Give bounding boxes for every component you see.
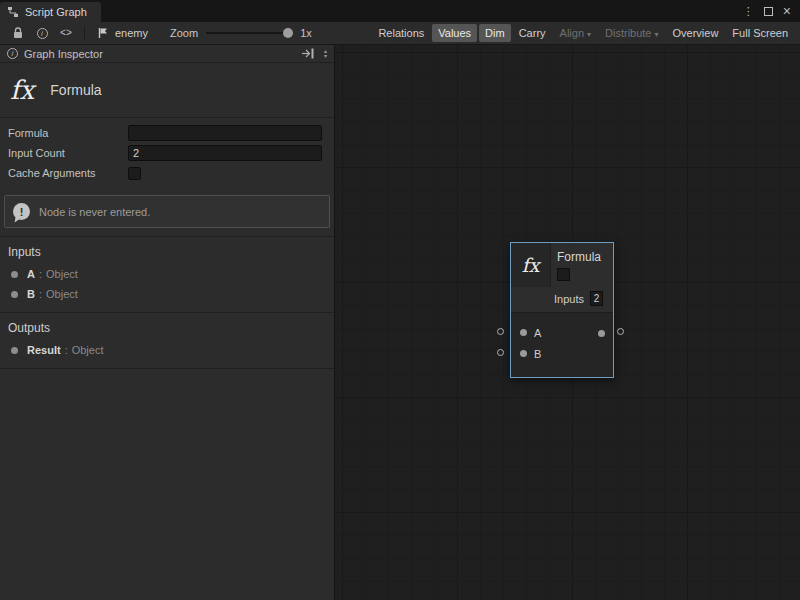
node-port-b[interactable]: B	[511, 343, 613, 364]
toolbar-separator	[84, 26, 85, 40]
port-separator: :	[65, 344, 68, 356]
port-result-dot-icon[interactable]	[598, 330, 605, 337]
port-b-name: B	[27, 288, 35, 300]
inspector-port-a: A : Object	[0, 264, 334, 284]
formula-fx-icon: fx	[10, 75, 34, 105]
port-a-label: A	[534, 327, 541, 339]
port-b-type: Object	[46, 288, 78, 300]
values-button[interactable]: Values	[432, 24, 477, 42]
inspector-port-result: Result : Object	[0, 340, 334, 360]
window-controls: ⋮ ×	[743, 0, 800, 22]
node-fx-icon: fx	[511, 243, 551, 287]
unit-title: Formula	[50, 82, 101, 98]
external-socket-b[interactable]	[497, 349, 504, 356]
node-header: fx Formula	[511, 243, 613, 287]
input-count-input[interactable]	[128, 145, 322, 161]
carry-button[interactable]: Carry	[513, 24, 552, 42]
port-a-name: A	[27, 268, 35, 280]
cache-arguments-checkbox[interactable]	[128, 167, 141, 180]
port-b-label: B	[534, 348, 541, 360]
graph-toolbar: i <> enemy Zoom 1x Relations Values Dim …	[0, 22, 800, 45]
node-inputs-label: Inputs	[554, 293, 584, 305]
chevron-down-icon: ▾	[655, 30, 659, 39]
external-socket-a[interactable]	[497, 328, 504, 335]
section-gap	[0, 304, 334, 312]
node-title: Formula	[557, 250, 601, 264]
lock-icon	[12, 27, 24, 40]
distribute-label: Distribute	[605, 27, 651, 39]
dock-panel-icon[interactable]	[301, 48, 315, 59]
maximize-icon[interactable]	[764, 7, 773, 16]
port-b-dot-icon[interactable]	[520, 350, 527, 357]
zoom-control: Zoom 1x	[170, 27, 312, 39]
breadcrumb-graph-name: enemy	[115, 27, 148, 39]
breadcrumb-graph[interactable]: enemy	[91, 27, 154, 39]
scroll-down-icon[interactable]: ▾	[324, 54, 327, 59]
relations-button[interactable]: Relations	[372, 24, 430, 42]
port-a-type: Object	[46, 268, 78, 280]
distribute-dropdown[interactable]: Distribute▾	[599, 24, 664, 42]
info-icon: i	[37, 28, 48, 39]
formula-field-label: Formula	[8, 127, 128, 139]
formula-node[interactable]: fx Formula Inputs 2 A	[510, 242, 614, 378]
zoom-value: 1x	[300, 27, 312, 39]
main-area: i Graph Inspector ▴ ▾ fx Formula	[0, 45, 800, 600]
zoom-label: Zoom	[170, 27, 198, 39]
inspector-port-b: B : Object	[0, 284, 334, 304]
tab-script-graph[interactable]: Script Graph	[0, 2, 101, 22]
code-view-button[interactable]: <>	[54, 24, 78, 43]
node-inputs-row: Inputs 2	[511, 287, 613, 312]
chevron-down-icon: ▾	[587, 30, 591, 39]
overview-button[interactable]: Overview	[667, 24, 725, 42]
outputs-section-title: Outputs	[0, 313, 334, 340]
unity-visual-scripting-window: Script Graph ⋮ × i <> enemy	[0, 0, 800, 600]
kebab-menu-icon[interactable]: ⋮	[743, 5, 754, 18]
node-input-count-field[interactable]: 2	[590, 291, 603, 306]
dim-button[interactable]: Dim	[479, 24, 511, 42]
port-separator: :	[39, 288, 42, 300]
node-header-content: Formula	[551, 243, 601, 287]
formula-input[interactable]	[128, 125, 322, 141]
graph-canvas[interactable]: fx Formula Inputs 2 A	[335, 45, 800, 600]
inputs-section-title: Inputs	[0, 237, 334, 264]
port-result-name: Result	[27, 344, 61, 356]
input-count-field-label: Input Count	[8, 147, 128, 159]
panel-scroll-buttons[interactable]: ▴ ▾	[321, 49, 330, 59]
info-icon: i	[7, 48, 18, 59]
port-a-dot-icon[interactable]	[520, 329, 527, 336]
port-dot-icon	[11, 291, 18, 298]
formula-field-row: Formula	[0, 123, 334, 143]
code-icon: <>	[60, 28, 72, 39]
script-graph-asset-icon	[97, 27, 109, 39]
section-gap	[0, 360, 334, 368]
align-dropdown[interactable]: Align▾	[554, 24, 597, 42]
full-screen-button[interactable]: Full Screen	[726, 24, 794, 42]
align-label: Align	[560, 27, 584, 39]
input-count-field-row: Input Count	[0, 143, 334, 163]
zoom-slider-knob[interactable]	[283, 28, 293, 38]
lock-button[interactable]	[6, 24, 30, 43]
unit-fields: Formula Input Count Cache Arguments	[0, 118, 334, 187]
inspect-toggle-button[interactable]: i	[30, 24, 54, 43]
port-dot-icon	[11, 347, 18, 354]
graph-inspector-panel: i Graph Inspector ▴ ▾ fx Formula	[0, 45, 335, 600]
unit-title-section: fx Formula	[0, 63, 334, 117]
cache-arguments-field-row: Cache Arguments	[0, 163, 334, 183]
inspector-title: Graph Inspector	[24, 48, 103, 60]
tab-bar: Script Graph ⋮ ×	[0, 0, 800, 22]
cache-arguments-field-label: Cache Arguments	[8, 167, 128, 179]
close-icon[interactable]: ×	[783, 4, 791, 18]
zoom-slider[interactable]	[206, 32, 292, 34]
warning-box: ! Node is never entered.	[4, 195, 330, 228]
node-formula-field[interactable]	[557, 268, 570, 281]
toolbar-buttons: Relations Values Dim Carry Align▾ Distri…	[372, 24, 794, 42]
tab-title: Script Graph	[25, 6, 87, 18]
warning-icon: !	[13, 203, 30, 220]
external-socket-result[interactable]	[617, 328, 624, 335]
graph-inspector-header: i Graph Inspector ▴ ▾	[0, 45, 334, 63]
warning-text: Node is never entered.	[39, 206, 150, 218]
script-graph-icon	[7, 6, 19, 18]
section-divider	[0, 368, 334, 369]
node-ports-section: A B	[511, 312, 613, 377]
port-result-type: Object	[72, 344, 104, 356]
